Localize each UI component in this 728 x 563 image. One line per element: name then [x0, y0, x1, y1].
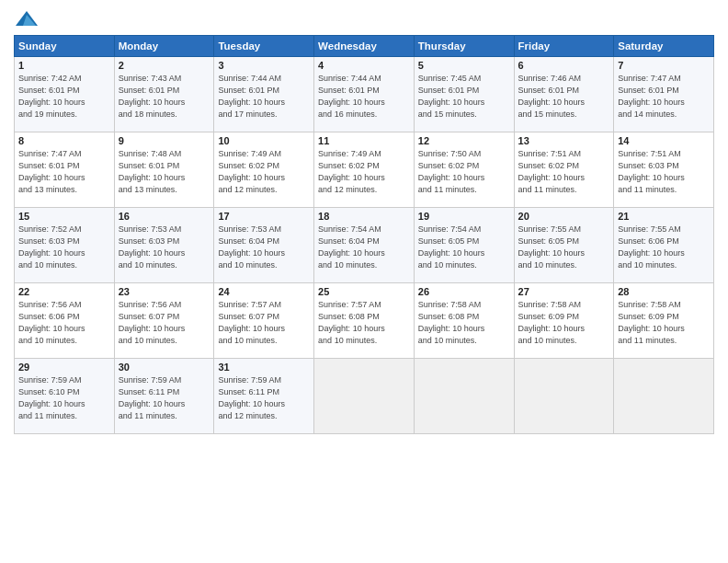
day-info: Sunrise: 7:53 AMSunset: 6:04 PMDaylight:…: [218, 224, 310, 271]
day-info: Sunrise: 7:54 AMSunset: 6:04 PMDaylight:…: [318, 224, 410, 271]
daylight-value: and 10 minutes.: [518, 260, 577, 270]
day-info: Sunrise: 7:51 AMSunset: 6:02 PMDaylight:…: [518, 148, 610, 196]
calendar-week-row: 22Sunrise: 7:56 AMSunset: 6:06 PMDayligh…: [15, 283, 714, 359]
sunrise: Sunrise: 7:59 AM: [18, 375, 82, 385]
calendar-cell: 30Sunrise: 7:59 AMSunset: 6:11 PMDayligh…: [114, 359, 214, 434]
daylight-label: Daylight: 10 hours: [218, 399, 285, 408]
daylight-label: Daylight: 10 hours: [518, 324, 586, 333]
sunset: Sunset: 6:01 PM: [119, 86, 180, 95]
sunrise: Sunrise: 7:48 AM: [119, 149, 182, 158]
calendar-cell: 9Sunrise: 7:48 AMSunset: 6:01 PMDaylight…: [114, 132, 214, 208]
day-number: 20: [518, 211, 610, 222]
daylight-label: Daylight: 10 hours: [318, 173, 385, 182]
daylight-label: Daylight: 10 hours: [318, 248, 385, 258]
sunrise: Sunrise: 7:51 AM: [618, 149, 681, 158]
daylight-value: and 10 minutes.: [119, 336, 177, 345]
calendar-cell: 23Sunrise: 7:56 AMSunset: 6:07 PMDayligh…: [114, 283, 214, 359]
day-number: 22: [18, 286, 110, 297]
logo-icon: [14, 9, 40, 29]
sunrise: Sunrise: 7:58 AM: [618, 300, 681, 309]
calendar-cell: [314, 359, 415, 434]
day-number: 29: [18, 362, 110, 373]
daylight-value: and 14 minutes.: [618, 109, 677, 119]
sunset: Sunset: 6:02 PM: [318, 161, 380, 170]
day-info: Sunrise: 7:44 AMSunset: 6:01 PMDaylight:…: [318, 73, 410, 121]
day-number: 9: [119, 135, 210, 146]
day-info: Sunrise: 7:47 AMSunset: 6:01 PMDaylight:…: [618, 73, 710, 121]
calendar-week-row: 15Sunrise: 7:52 AMSunset: 6:03 PMDayligh…: [15, 208, 714, 283]
sunset: Sunset: 6:05 PM: [418, 236, 480, 246]
sunrise: Sunrise: 7:55 AM: [618, 224, 681, 234]
daylight-value: and 10 minutes.: [18, 336, 77, 345]
day-number: 28: [618, 286, 710, 297]
day-number: 30: [119, 362, 210, 373]
day-number: 26: [418, 286, 510, 297]
sunrise: Sunrise: 7:49 AM: [318, 149, 381, 158]
calendar-cell: [414, 359, 514, 434]
sunset: Sunset: 6:01 PM: [318, 86, 380, 95]
sunrise: Sunrise: 7:44 AM: [218, 74, 281, 83]
daylight-value: and 10 minutes.: [518, 336, 577, 345]
sunset: Sunset: 6:11 PM: [218, 387, 279, 396]
day-info: Sunrise: 7:46 AMSunset: 6:01 PMDaylight:…: [518, 73, 610, 121]
day-info: Sunrise: 7:59 AMSunset: 6:10 PMDaylight:…: [18, 374, 110, 422]
daylight-value: and 10 minutes.: [18, 260, 77, 270]
daylight-value: and 19 minutes.: [18, 109, 77, 119]
calendar-table: SundayMondayTuesdayWednesdayThursdayFrid…: [14, 35, 714, 434]
sunset: Sunset: 6:01 PM: [418, 86, 480, 95]
calendar-cell: 6Sunrise: 7:46 AMSunset: 6:01 PMDaylight…: [514, 57, 614, 132]
daylight-label: Daylight: 10 hours: [318, 98, 385, 107]
daylight-label: Daylight: 10 hours: [119, 98, 186, 107]
calendar-cell: 17Sunrise: 7:53 AMSunset: 6:04 PMDayligh…: [214, 208, 314, 283]
day-info: Sunrise: 7:45 AMSunset: 6:01 PMDaylight:…: [418, 73, 510, 121]
sunrise: Sunrise: 7:53 AM: [119, 224, 182, 234]
daylight-label: Daylight: 10 hours: [119, 324, 186, 333]
daylight-label: Daylight: 10 hours: [119, 173, 186, 182]
sunrise: Sunrise: 7:49 AM: [218, 149, 281, 158]
day-number: 18: [318, 211, 410, 222]
daylight-value: and 10 minutes.: [318, 260, 377, 270]
daylight-label: Daylight: 10 hours: [518, 248, 586, 258]
daylight-value: and 12 minutes.: [218, 411, 277, 420]
sunrise: Sunrise: 7:56 AM: [119, 300, 182, 309]
day-number: 24: [218, 286, 310, 297]
sunset: Sunset: 6:06 PM: [618, 236, 679, 246]
day-number: 4: [318, 60, 410, 71]
day-info: Sunrise: 7:47 AMSunset: 6:01 PMDaylight:…: [18, 148, 110, 196]
day-number: 16: [119, 211, 210, 222]
day-info: Sunrise: 7:42 AMSunset: 6:01 PMDaylight:…: [18, 73, 110, 121]
weekday-header-wednesday: Wednesday: [314, 36, 415, 57]
daylight-label: Daylight: 10 hours: [418, 173, 485, 182]
day-info: Sunrise: 7:58 AMSunset: 6:09 PMDaylight:…: [518, 299, 610, 347]
weekday-header-saturday: Saturday: [614, 36, 714, 57]
sunset: Sunset: 6:01 PM: [119, 161, 180, 170]
daylight-value: and 11 minutes.: [618, 185, 677, 194]
sunrise: Sunrise: 7:55 AM: [518, 224, 582, 234]
sunset: Sunset: 6:01 PM: [218, 86, 279, 95]
sunset: Sunset: 6:09 PM: [518, 312, 580, 321]
day-info: Sunrise: 7:55 AMSunset: 6:06 PMDaylight:…: [618, 224, 710, 271]
logo: [14, 9, 43, 29]
daylight-value: and 16 minutes.: [318, 109, 377, 119]
daylight-value: and 12 minutes.: [218, 185, 277, 194]
daylight-label: Daylight: 10 hours: [618, 248, 685, 258]
day-number: 6: [518, 60, 610, 71]
calendar-cell: 7Sunrise: 7:47 AMSunset: 6:01 PMDaylight…: [614, 57, 714, 132]
sunset: Sunset: 6:07 PM: [218, 312, 279, 321]
calendar-cell: 22Sunrise: 7:56 AMSunset: 6:06 PMDayligh…: [15, 283, 115, 359]
sunset: Sunset: 6:05 PM: [518, 236, 580, 246]
day-number: 31: [218, 362, 310, 373]
calendar-cell: 20Sunrise: 7:55 AMSunset: 6:05 PMDayligh…: [514, 208, 614, 283]
calendar-cell: 1Sunrise: 7:42 AMSunset: 6:01 PMDaylight…: [15, 57, 115, 132]
daylight-label: Daylight: 10 hours: [418, 248, 485, 258]
sunrise: Sunrise: 7:45 AM: [418, 74, 482, 83]
day-info: Sunrise: 7:44 AMSunset: 6:01 PMDaylight:…: [218, 73, 310, 121]
calendar-cell: 11Sunrise: 7:49 AMSunset: 6:02 PMDayligh…: [314, 132, 415, 208]
daylight-label: Daylight: 10 hours: [119, 399, 186, 408]
daylight-label: Daylight: 10 hours: [18, 248, 85, 258]
day-number: 15: [18, 211, 110, 222]
weekday-header-sunday: Sunday: [15, 36, 115, 57]
sunrise: Sunrise: 7:46 AM: [518, 74, 582, 83]
sunrise: Sunrise: 7:58 AM: [518, 300, 582, 309]
day-info: Sunrise: 7:58 AMSunset: 6:08 PMDaylight:…: [418, 299, 510, 347]
